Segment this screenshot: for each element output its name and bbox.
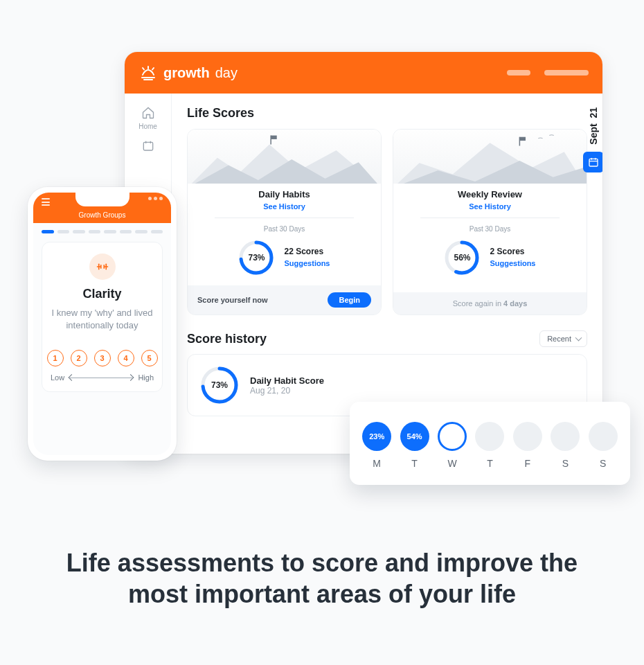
day-bubble	[551, 422, 580, 451]
daily-footer-text: Score yourself now	[197, 296, 267, 304]
history-donut: 73%	[200, 366, 239, 405]
svg-rect-5	[143, 142, 152, 150]
day-bubble	[589, 422, 618, 451]
score-selector: 1 2 3 4 5	[47, 350, 158, 366]
weekly-donut: 56%	[444, 240, 480, 276]
clarity-icon	[89, 254, 116, 280]
daily-history-link[interactable]: See History	[188, 202, 381, 211]
nav-item-2[interactable]	[141, 140, 155, 154]
day-sun[interactable]: S	[589, 422, 618, 469]
begin-button[interactable]: Begin	[328, 292, 371, 308]
score-option-1[interactable]: 1	[47, 350, 64, 366]
weekly-period: Past 30 Days	[393, 225, 587, 233]
phone-screen: Growth Groups Clarity I knew my 'why' an…	[33, 193, 171, 455]
day-tue[interactable]: 54%T	[400, 422, 429, 469]
daily-stat: 73% 22 Scores Suggestions	[188, 240, 381, 276]
brand-logo[interactable]: growthday	[138, 65, 238, 81]
date-rail: Sept 21	[583, 107, 602, 172]
week-scores: 23%M 54%T W T F S S	[350, 402, 630, 485]
score-cards: Daily Habits See History Past 30 Days 73…	[187, 129, 587, 315]
home-icon	[141, 106, 155, 120]
brand-name-2: day	[215, 65, 238, 81]
weekly-stat-text: 2 Scores Suggestions	[490, 247, 535, 269]
menu-icon[interactable]	[42, 198, 50, 206]
day-label: F	[525, 458, 531, 469]
life-scores-heading: Life Scores	[187, 106, 587, 121]
range-line	[70, 378, 132, 378]
weekly-stat: 56% 2 Scores Suggestions	[393, 240, 587, 276]
weekly-footer-days: 4 days	[503, 299, 527, 308]
day-sat[interactable]: S	[551, 422, 580, 469]
weekly-title: Weekly Review	[393, 189, 587, 200]
marketing-headline: Life assessments to score and improve th…	[0, 547, 644, 610]
score-range: Low High	[51, 373, 154, 382]
day-label: W	[447, 458, 456, 469]
svg-rect-18	[589, 159, 598, 166]
calendar-button[interactable]	[583, 152, 602, 172]
journal-icon	[141, 140, 155, 154]
weekly-history-link[interactable]: See History	[393, 202, 587, 211]
history-pct: 73%	[200, 366, 239, 405]
nav-home[interactable]: Home	[138, 106, 157, 130]
phone-header-title: Growth Groups	[79, 211, 126, 223]
day-label: S	[562, 458, 569, 469]
day-label: M	[373, 458, 381, 469]
day-fri[interactable]: F	[513, 422, 542, 469]
progress-step-active	[42, 230, 54, 233]
day-label: T	[411, 458, 418, 469]
desktop-body: Home Life Scores Daily Habits See Histor…	[125, 94, 602, 454]
daily-stat-text: 22 Scores Suggestions	[284, 247, 330, 269]
score-option-5[interactable]: 5	[141, 350, 158, 366]
topbar: growthday	[125, 52, 602, 94]
day-bubble: 23%	[362, 422, 391, 451]
main-content: Life Scores Daily Habits See History Pas…	[172, 94, 602, 454]
day-label: T	[487, 458, 493, 469]
weekly-suggestions-link[interactable]: Suggestions	[490, 259, 535, 267]
daily-period: Past 30 Days	[188, 225, 381, 233]
day-bubble: 54%	[400, 422, 429, 451]
more-icon[interactable]	[148, 197, 163, 200]
day-wed[interactable]: W	[438, 422, 467, 469]
progress-indicator	[33, 223, 171, 238]
svg-line-2	[152, 68, 154, 70]
day-mon[interactable]: 23%M	[362, 422, 391, 469]
clarity-title: Clarity	[82, 287, 121, 301]
assessment-card: Clarity I knew my 'why' and lived intent…	[42, 242, 163, 392]
daily-title: Daily Habits	[188, 189, 381, 200]
weekly-count: 2 Scores	[490, 247, 535, 256]
card-hero-illustration	[393, 130, 587, 184]
nav-home-label: Home	[138, 123, 157, 130]
daily-count: 22 Scores	[284, 247, 330, 256]
history-title: Daily Habit Score	[250, 375, 324, 386]
phone-topbar: Growth Groups	[33, 193, 171, 223]
mobile-app: Growth Groups Clarity I knew my 'why' an…	[28, 187, 177, 461]
day-bubble	[438, 422, 467, 451]
range-low: Low	[51, 373, 64, 382]
phone-notch	[75, 193, 129, 206]
score-option-3[interactable]: 3	[94, 350, 111, 366]
divider	[420, 218, 560, 218]
weekly-footer-pre: Score again in	[453, 299, 501, 308]
daily-footer: Score yourself now Begin	[188, 285, 381, 314]
daily-habits-card: Daily Habits See History Past 30 Days 73…	[187, 129, 382, 315]
topbar-placeholder	[507, 70, 530, 76]
brand-name-1: growth	[163, 65, 210, 81]
weekly-review-card: Weekly Review See History Past 30 Days 5…	[393, 129, 587, 315]
date-label: Sept 21	[588, 107, 599, 145]
day-thu[interactable]: T	[475, 422, 504, 469]
daily-donut: 73%	[238, 240, 274, 276]
score-option-2[interactable]: 2	[71, 350, 87, 366]
daily-suggestions-link[interactable]: Suggestions	[284, 259, 330, 267]
svg-rect-13	[519, 137, 526, 141]
day-bubble	[475, 422, 504, 451]
history-date: Aug 21, 20	[250, 386, 324, 396]
clarity-description: I knew my 'why' and lived intentionally …	[51, 307, 154, 332]
calendar-icon	[588, 157, 599, 168]
svg-rect-9	[271, 136, 277, 139]
history-head: Score history Recent	[187, 330, 587, 347]
recent-dropdown[interactable]: Recent	[539, 330, 587, 347]
desktop-app: growthday Home Life Scores Dail	[125, 52, 602, 454]
day-bubble	[513, 422, 542, 451]
sun-icon	[138, 65, 158, 80]
score-option-4[interactable]: 4	[118, 350, 134, 366]
